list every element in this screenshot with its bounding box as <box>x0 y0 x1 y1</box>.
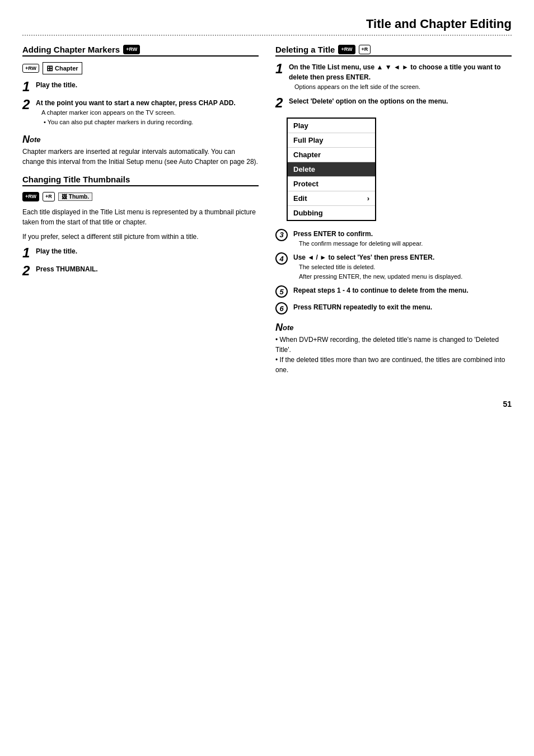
thumbnails-paragraph-1: Each title displayed in the Title List m… <box>22 207 259 227</box>
delete-step-4-sub1: The selected title is deleted. <box>299 262 512 272</box>
menu-item-protect: Protect <box>288 177 375 191</box>
note-title-adding: Note <box>22 134 259 144</box>
thumb-badge-rw: +RW <box>22 192 39 201</box>
delete-step-1: 1 On the Title List menu, use ▲ ▼ ◄ ► to… <box>275 62 512 92</box>
delete-step-1-sub: Options appears on the left side of the … <box>294 82 512 92</box>
menu-item-delete: Delete <box>288 162 375 177</box>
changing-thumbnails-title: Changing Title Thumbnails <box>22 175 259 186</box>
menu-item-edit: Edit › <box>288 191 375 206</box>
delete-step-5-content: Repeat steps 1 - 4 to continue to delete… <box>293 285 512 295</box>
page-number: 51 <box>22 400 512 408</box>
thumb-badge-r: +R <box>43 192 55 201</box>
thumb-step-2: 2 Press THUMBNAIL. <box>22 264 259 278</box>
thumb-step-1: 1 Play the title. <box>22 246 259 260</box>
step-2-sub1: A chapter marker icon appears on the TV … <box>41 108 259 118</box>
options-menu: Play Full Play Chapter Delete Protect <box>287 118 376 221</box>
step-2-content: At the point you want to start a new cha… <box>36 98 259 126</box>
menu-item-chapter: Chapter <box>288 148 375 162</box>
delete-step-num-4: 4 <box>275 252 288 265</box>
note-bullet-2: If the deleted titles more than two are … <box>275 355 512 375</box>
adding-chapter-steps: 1 Play the title. 2 At the point you wan… <box>22 80 259 126</box>
thumb-step-num-1: 1 <box>22 246 32 260</box>
delete-steps: 1 On the Title List menu, use ▲ ▼ ◄ ► to… <box>275 62 512 314</box>
step-2-bullet: You can also put chapter markers in duri… <box>44 118 259 127</box>
chapter-icon: ⊞ Chapter <box>43 62 82 74</box>
deleting-title-heading: Deleting a Title +RW +R <box>275 45 512 57</box>
delete-step-2-content: Select 'Delete' option on the options on… <box>289 96 512 106</box>
delete-step-3-sub: The confirm message for deleting will ap… <box>299 239 512 248</box>
delete-step-num-1: 1 <box>275 62 285 76</box>
badge-r-delete: +R <box>359 45 371 54</box>
page-header: Title and Chapter Editing <box>22 17 512 31</box>
menu-item-fullplay: Full Play <box>288 133 375 148</box>
delete-step-4: 4 Use ◄ / ► to select 'Yes' then press E… <box>275 252 512 281</box>
thumbnails-paragraph-2: If you prefer, select a different still … <box>22 232 259 242</box>
chapter-icon-row: +RW ⊞ Chapter <box>22 62 259 74</box>
deleting-note: Note When DVD+RW recording, the deleted … <box>275 322 512 375</box>
note-title-deleting: Note <box>275 322 512 332</box>
badge-r-adding: +RW <box>22 64 39 73</box>
left-column: Adding Chapter Markers +RW +RW ⊞ Chapter… <box>22 45 259 383</box>
adding-chapter-note: Note Chapter markers are inserted at reg… <box>22 134 259 167</box>
delete-step-6-content: Press RETURN repeatedly to exit the menu… <box>293 302 512 312</box>
delete-step-5: 5 Repeat steps 1 - 4 to continue to dele… <box>275 285 512 298</box>
delete-step-3: 3 Press ENTER to confirm. The confirm me… <box>275 229 512 248</box>
note-bullet-1: When DVD+RW recording, the deleted title… <box>275 335 512 355</box>
delete-step-4-content: Use ◄ / ► to select 'Yes' then press ENT… <box>293 252 512 281</box>
adding-chapter-title: Adding Chapter Markers +RW <box>22 45 259 57</box>
step-num-1: 1 <box>22 80 32 93</box>
step-num-2: 2 <box>22 98 32 111</box>
badge-rw-adding: +RW <box>123 45 140 54</box>
thumbnails-steps: 1 Play the title. 2 Press THUMBNAIL. <box>22 246 259 278</box>
note-content-deleting: When DVD+RW recording, the deleted title… <box>275 335 512 375</box>
adding-step-1: 1 Play the title. <box>22 80 259 93</box>
thumb-step-1-content: Play the title. <box>36 246 259 256</box>
adding-chapter-section: Adding Chapter Markers +RW +RW ⊞ Chapter… <box>22 45 259 167</box>
edit-arrow-icon: › <box>367 194 369 203</box>
delete-step-num-2: 2 <box>275 96 285 110</box>
page-title: Title and Chapter Editing <box>366 17 512 31</box>
step-1-content: Play the title. <box>36 80 259 90</box>
delete-step-num-6: 6 <box>275 302 288 314</box>
thumb-step-2-content: Press THUMBNAIL. <box>36 264 259 274</box>
adding-step-2: 2 At the point you want to start a new c… <box>22 98 259 126</box>
delete-step-1-content: On the Title List menu, use ▲ ▼ ◄ ► to c… <box>289 62 512 92</box>
menu-item-dubbing: Dubbing <box>288 206 375 220</box>
thumb-icon: 🖼 Thumb. <box>58 192 92 201</box>
dotted-divider <box>22 35 512 36</box>
badge-rw-delete: +RW <box>338 45 355 54</box>
note-content-adding: Chapter markers are inserted at regular … <box>22 147 259 167</box>
changing-thumbnails-section: Changing Title Thumbnails +RW +R 🖼 Thumb… <box>22 175 259 278</box>
thumbnails-icon-row: +RW +R 🖼 Thumb. <box>22 192 259 201</box>
delete-step-num-5: 5 <box>275 285 288 298</box>
delete-step-3-content: Press ENTER to confirm. The confirm mess… <box>293 229 512 248</box>
menu-item-play: Play <box>288 119 375 133</box>
deleting-title-section: Deleting a Title +RW +R 1 On the Title L… <box>275 45 512 375</box>
chapter-symbol: ⊞ <box>46 64 53 73</box>
main-content: Adding Chapter Markers +RW +RW ⊞ Chapter… <box>22 45 512 383</box>
delete-step-4-sub2: After pressing ENTER, the new, updated m… <box>299 272 512 281</box>
delete-step-2: 2 Select 'Delete' option on the options … <box>275 96 512 110</box>
thumb-step-num-2: 2 <box>22 264 32 278</box>
delete-step-6: 6 Press RETURN repeatedly to exit the me… <box>275 302 512 314</box>
right-column: Deleting a Title +RW +R 1 On the Title L… <box>275 45 512 383</box>
delete-step-num-3: 3 <box>275 229 288 241</box>
